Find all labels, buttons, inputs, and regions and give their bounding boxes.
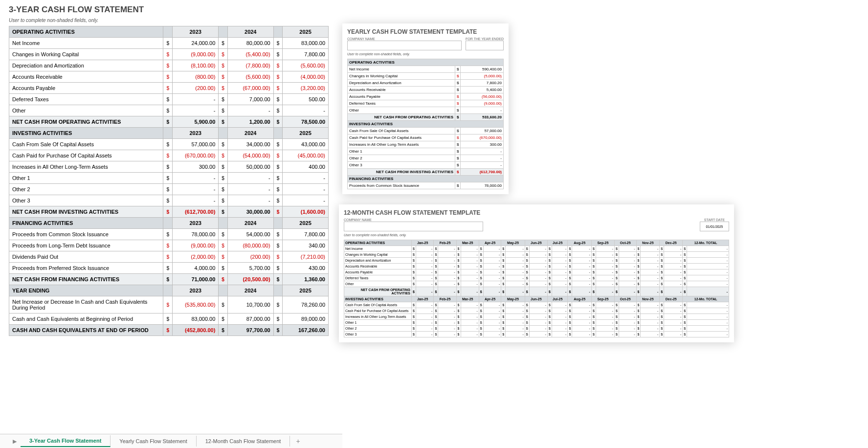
tab-3year[interactable]: 3-Year Cash Flow Statement: [21, 435, 111, 447]
page-3year: 3-YEAR CASH FLOW STATEMENT User to compl…: [0, 0, 342, 336]
thumb2-table: OPERATING ACTIVITIESJan-25Feb-25Mar-25Ap…: [344, 240, 729, 337]
tab-12month[interactable]: 12-Month Cash Flow Statement: [197, 436, 290, 447]
add-tab-button[interactable]: +: [290, 435, 306, 448]
company-name-input[interactable]: [347, 41, 462, 50]
tab-nav-prev[interactable]: ▶: [9, 436, 21, 447]
note: User to complete non-shaded fields, only…: [9, 18, 342, 23]
tab-yearly[interactable]: Yearly Cash Flow Statement: [111, 436, 196, 447]
company-name-input[interactable]: [344, 222, 483, 231]
cashflow-table: OPERATING ACTIVITIES202320242025Net Inco…: [9, 26, 329, 336]
thumb-title: YEARLY CASH FLOW STATEMENT TEMPLATE: [347, 28, 504, 35]
thumb-title: 12-MONTH CASH FLOW STATEMENT TEMPLATE: [344, 209, 729, 216]
sheet-tabs: ▶ 3-Year Cash Flow Statement Yearly Cash…: [0, 434, 342, 448]
year-ended-input[interactable]: [466, 41, 504, 50]
thumb1-table: OPERATING ACTIVITIESNet Income$590,400.0…: [347, 59, 504, 189]
thumbnail-yearly: YEARLY CASH FLOW STATEMENT TEMPLATE COMP…: [342, 23, 509, 194]
thumbnail-12month: 12-MONTH CASH FLOW STATEMENT TEMPLATE CO…: [339, 204, 734, 342]
start-date-input[interactable]: 01/01/2025: [700, 222, 729, 231]
page-title: 3-YEAR CASH FLOW STATEMENT: [9, 5, 342, 15]
